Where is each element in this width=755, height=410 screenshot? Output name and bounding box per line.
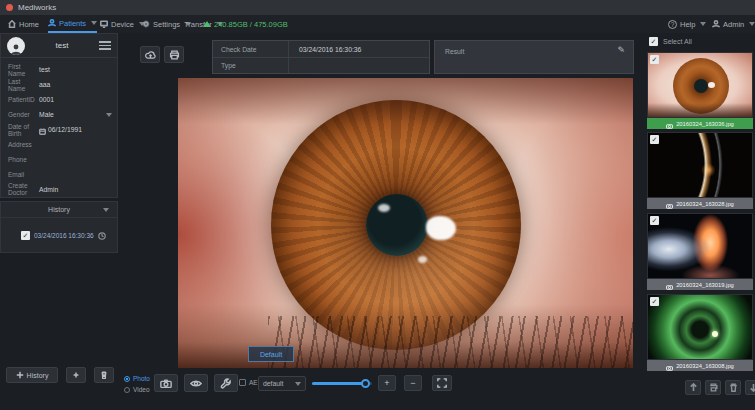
- patients-icon: [48, 19, 56, 27]
- checkbox-checked-icon[interactable]: ✓: [650, 216, 659, 225]
- history-item[interactable]: ✓ 03/24/2016 16:30:36: [1, 218, 117, 244]
- patient-id-value: 0001: [39, 96, 54, 103]
- image-viewer[interactable]: Default: [178, 78, 633, 368]
- menu-patients-label: Patients: [59, 19, 86, 28]
- gender-value: Male: [39, 111, 54, 118]
- checkbox-checked-icon[interactable]: ✓: [650, 55, 659, 64]
- delete-images-button[interactable]: [725, 380, 741, 395]
- wrench-icon: [220, 378, 232, 389]
- history-header[interactable]: History: [1, 202, 117, 218]
- thumbnail-caption: 20160324_163008.jpg: [647, 360, 753, 371]
- zoom-slider-fill: [312, 382, 365, 385]
- upload-button[interactable]: [140, 46, 160, 63]
- field-last-name[interactable]: Last Name aaa: [1, 77, 119, 92]
- field-first-name[interactable]: First Name test: [1, 62, 119, 77]
- fullscreen-icon: [437, 378, 447, 388]
- check-date-row[interactable]: Check Date 03/24/2016 16:30:36: [213, 41, 429, 57]
- zoom-slider[interactable]: [312, 382, 372, 385]
- menu-user[interactable]: Admin: [712, 15, 755, 33]
- dob-value: 06/12/1991: [48, 126, 82, 133]
- menu-user-label: Admin: [723, 20, 744, 29]
- edit-pencil-icon[interactable]: ✎: [617, 45, 625, 55]
- photo-radio[interactable]: Photo: [124, 373, 150, 384]
- last-name-label: Last Name: [1, 78, 39, 92]
- field-address[interactable]: Address: [1, 137, 119, 152]
- field-dob[interactable]: Date of Birth 06/12/1991: [1, 122, 119, 137]
- check-date-label: Check Date: [213, 41, 289, 57]
- help-icon: ?: [668, 20, 677, 29]
- chevron-down-icon: [749, 22, 755, 26]
- default-overlay-button[interactable]: Default: [248, 346, 294, 362]
- field-patient-id[interactable]: PatientID 0001: [1, 92, 119, 107]
- eyelashes: [268, 316, 633, 368]
- menu-device[interactable]: Device: [100, 15, 145, 33]
- download-button[interactable]: [745, 380, 755, 395]
- field-create-doctor[interactable]: Create Doctor Admin: [1, 180, 119, 198]
- fit-screen-button[interactable]: [432, 375, 452, 391]
- checkbox-checked-icon[interactable]: ✓: [650, 135, 659, 144]
- patient-info-panel: test First Name test Last Name aaa Patie…: [0, 33, 118, 198]
- create-doctor-value: Admin: [39, 186, 58, 193]
- checkbox-checked-icon[interactable]: ✓: [650, 297, 659, 306]
- zoom-in-button[interactable]: +: [378, 375, 396, 391]
- first-name-value: test: [39, 66, 50, 73]
- zoom-out-button[interactable]: −: [404, 375, 422, 391]
- print-images-button[interactable]: [705, 380, 721, 395]
- field-gender[interactable]: Gender Male: [1, 107, 119, 122]
- last-name-value: aaa: [39, 81, 50, 88]
- menu-help[interactable]: ? Help: [668, 15, 706, 33]
- preset-dropdown[interactable]: default: [258, 376, 306, 391]
- image-gallery: ✓ Select All ✓ 20160324_163036.jpg ✓: [645, 33, 755, 410]
- history-title: History: [48, 206, 70, 213]
- ae-checkbox[interactable]: AE: [239, 379, 258, 386]
- check-date-value: 03/24/2016 16:30:36: [289, 46, 361, 53]
- thumbnail-slit-arc-photo[interactable]: ✓: [647, 132, 753, 198]
- gallery-item-2[interactable]: ✓ 20160324_163028.jpg: [647, 132, 753, 209]
- export-up-button[interactable]: [685, 380, 701, 395]
- menu-home[interactable]: Home: [8, 15, 39, 33]
- menu-home-label: Home: [19, 20, 39, 29]
- adjust-button[interactable]: [214, 374, 238, 392]
- chevron-down-icon: [103, 208, 109, 212]
- menu-device-label: Device: [111, 20, 134, 29]
- zoom-slider-knob[interactable]: [361, 379, 370, 388]
- thumbnail-fluorescein-photo[interactable]: ✓: [647, 294, 753, 360]
- avatar: [7, 37, 25, 55]
- capture-mode-group: Photo Video: [124, 373, 150, 395]
- type-label: Type: [213, 58, 289, 73]
- exam-meta-panel: Check Date 03/24/2016 16:30:36 Type: [212, 40, 430, 74]
- storage-indicator: 240.85GB / 475.09GB: [203, 15, 288, 33]
- field-phone[interactable]: Phone: [1, 152, 119, 167]
- chevron-down-icon: [91, 21, 97, 25]
- video-radio-label: Video: [133, 386, 150, 393]
- gallery-item-4[interactable]: ✓ 20160324_163008.jpg: [647, 294, 753, 371]
- thumb-pupil: [694, 79, 708, 93]
- calendar-icon: [39, 121, 48, 139]
- patient-menu-icon[interactable]: [99, 41, 111, 50]
- thumb-reflection: [712, 331, 718, 337]
- thumbnail-filename: 20160324_163028.jpg: [676, 201, 734, 207]
- trash-icon: [729, 383, 738, 392]
- camera-icon: [160, 378, 172, 389]
- type-row[interactable]: Type: [213, 57, 429, 73]
- preset-value: default: [263, 380, 283, 387]
- first-name-label: First Name: [1, 63, 39, 77]
- print-button[interactable]: [164, 46, 184, 63]
- printer-icon: [709, 383, 718, 392]
- result-panel[interactable]: Result ✎: [434, 40, 634, 74]
- eye-icon: [190, 378, 202, 389]
- capture-button[interactable]: [154, 374, 178, 392]
- thumbnail-iris-photo[interactable]: ✓: [647, 52, 753, 118]
- gender-label: Gender: [1, 111, 39, 118]
- checkbox-checked-icon[interactable]: ✓: [21, 231, 30, 240]
- preview-button[interactable]: [184, 374, 208, 392]
- history-timestamp: 03/24/2016 16:30:36: [34, 232, 94, 239]
- gallery-item-1[interactable]: ✓ 20160324_163036.jpg: [647, 52, 753, 129]
- thumbnail-slit-beam-photo[interactable]: ✓: [647, 213, 753, 279]
- video-radio[interactable]: Video: [124, 384, 150, 395]
- menu-patients[interactable]: Patients: [48, 15, 97, 33]
- address-label: Address: [1, 141, 39, 148]
- app-logo-icon: [6, 4, 13, 11]
- select-all-row[interactable]: ✓ Select All: [645, 33, 755, 50]
- gallery-item-3[interactable]: ✓ 20160324_163019.jpg: [647, 213, 753, 290]
